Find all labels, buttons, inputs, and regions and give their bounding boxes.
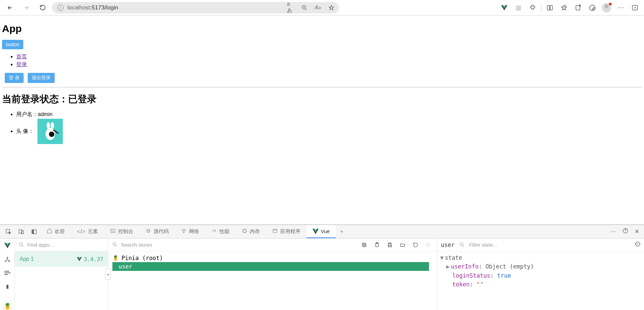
- home-icon: [47, 228, 52, 235]
- tab-application[interactable]: 应用程序: [266, 225, 306, 238]
- wifi-icon: [181, 228, 187, 235]
- dock-side-icon[interactable]: [28, 225, 41, 238]
- svg-point-10: [49, 132, 54, 137]
- plugin-icon[interactable]: [424, 240, 433, 250]
- bug-icon: [145, 228, 151, 235]
- devtools-more-icon[interactable]: ⋯: [611, 228, 616, 235]
- reload-button[interactable]: [36, 1, 49, 15]
- stores-search[interactable]: Search stores: [112, 242, 356, 248]
- avatar-row: 头 像：: [16, 119, 642, 144]
- profile-avatar[interactable]: [601, 2, 612, 13]
- login-status-heading: 当前登录状态：已登录: [2, 93, 642, 106]
- state-row[interactable]: ▶userInfo: Object (empty): [440, 262, 641, 271]
- state-column: user Filter state... ▼state ▶userInfo: O…: [437, 238, 644, 310]
- zoom-out-icon[interactable]: [300, 4, 308, 12]
- generic-button[interactable]: button: [2, 40, 23, 49]
- favorites-icon[interactable]: [558, 2, 570, 13]
- copy-icon[interactable]: [359, 240, 369, 250]
- tab-welcome[interactable]: 欢迎: [41, 225, 71, 238]
- stores-column: Search stores 🍍 Pinia (root) user: [108, 238, 437, 310]
- tree-row-root[interactable]: 🍍 Pinia (root): [112, 254, 433, 262]
- tab-console[interactable]: 控制台: [104, 225, 139, 238]
- performance-icon[interactable]: [587, 2, 598, 13]
- devtools-panel: 欢迎 </> 元素 控制台 源代码 网络 性: [0, 224, 644, 310]
- history-icon[interactable]: [635, 241, 641, 249]
- vue-devtools-icon[interactable]: [499, 2, 510, 13]
- username-label: 用户名：: [16, 111, 38, 117]
- address-bar[interactable]: i localhost:5173/login aあ A»: [52, 2, 339, 13]
- favorite-icon[interactable]: [327, 4, 336, 12]
- rail-components-icon[interactable]: [2, 255, 12, 263]
- devtools-help-icon[interactable]: [622, 228, 628, 235]
- sidebar-toggle-icon[interactable]: [629, 2, 641, 13]
- new-tab-button[interactable]: ＋: [336, 225, 348, 238]
- apps-search[interactable]: Find apps...: [15, 238, 108, 251]
- logout-button[interactable]: 退出登录: [28, 73, 55, 83]
- svg-point-30: [113, 243, 116, 246]
- nav-link-login[interactable]: 登录: [16, 61, 27, 67]
- svg-point-25: [8, 260, 9, 261]
- app-name: App 1: [20, 256, 34, 262]
- tree-row-user[interactable]: user: [112, 262, 429, 271]
- split-screen-icon[interactable]: [544, 2, 556, 13]
- device-toolbar-icon[interactable]: [15, 225, 28, 238]
- collections-icon[interactable]: [572, 2, 584, 13]
- svg-rect-2: [550, 5, 553, 10]
- app-row[interactable]: App 1 3.4.37: [15, 251, 108, 267]
- state-row[interactable]: ▼state: [440, 253, 641, 262]
- svg-point-9: [51, 122, 54, 129]
- stores-header: Search stores: [108, 238, 437, 251]
- svg-rect-26: [4, 271, 9, 272]
- search-icon: [459, 242, 464, 247]
- reset-icon[interactable]: [411, 240, 420, 250]
- rail-pinia-icon[interactable]: 🍍: [2, 303, 12, 310]
- stores-search-placeholder: Search stores: [121, 242, 152, 248]
- vue-devtools-rail: ▮ 🍍: [0, 238, 15, 310]
- state-row[interactable]: loginStatus: true: [440, 271, 641, 280]
- svg-rect-16: [32, 230, 34, 233]
- read-aloud-icon[interactable]: A»: [314, 4, 322, 12]
- paste-icon[interactable]: [372, 240, 382, 250]
- tab-memory[interactable]: 内存: [236, 225, 266, 238]
- open-icon[interactable]: [398, 240, 407, 250]
- back-button[interactable]: [3, 1, 17, 15]
- extensions-menu-icon[interactable]: [527, 2, 538, 13]
- rail-apps-icon[interactable]: [2, 242, 12, 249]
- gauge-icon: [211, 228, 217, 235]
- search-icon: [19, 242, 24, 247]
- nav-item-login: 登录: [16, 61, 642, 68]
- inspect-element-icon[interactable]: [2, 225, 15, 238]
- rail-routes-icon[interactable]: ▮: [2, 283, 12, 290]
- app-version: 3.4.37: [77, 256, 103, 262]
- nav-link-home[interactable]: 首页: [16, 54, 27, 59]
- devtools-tabbar: 欢迎 </> 元素 控制台 源代码 网络 性: [0, 225, 644, 238]
- username-value: admin: [38, 111, 53, 117]
- svg-point-23: [7, 257, 8, 258]
- svg-point-35: [460, 243, 463, 246]
- forward-button[interactable]: [20, 1, 33, 15]
- site-info-icon[interactable]: i: [57, 5, 63, 11]
- extension-icon[interactable]: ▦: [513, 2, 524, 13]
- svg-rect-21: [273, 229, 276, 232]
- tab-elements[interactable]: </> 元素: [71, 225, 104, 238]
- tab-vue[interactable]: Vue: [306, 225, 336, 238]
- tab-network[interactable]: 网络: [175, 225, 205, 238]
- tab-sources[interactable]: 源代码: [139, 225, 175, 238]
- tab-performance[interactable]: 性能: [205, 225, 236, 238]
- translate-icon[interactable]: aあ: [287, 4, 295, 12]
- state-row[interactable]: token: "": [440, 280, 641, 289]
- svg-point-24: [5, 260, 6, 261]
- state-header: user Filter state...: [437, 238, 644, 251]
- more-menu-icon[interactable]: ⋯: [615, 2, 626, 13]
- save-icon[interactable]: [385, 240, 395, 250]
- devtools-close-icon[interactable]: ✕: [635, 228, 639, 235]
- svg-rect-3: [576, 5, 580, 10]
- svg-rect-32: [363, 243, 365, 246]
- svg-rect-1: [547, 5, 550, 10]
- divider: [2, 87, 642, 87]
- login-button[interactable]: 登 录: [5, 73, 24, 83]
- column-resize-handle[interactable]: ◂: [105, 269, 111, 280]
- chip-icon: [242, 228, 247, 235]
- state-filter[interactable]: Filter state...: [469, 242, 630, 248]
- rail-timeline-icon[interactable]: [2, 269, 12, 277]
